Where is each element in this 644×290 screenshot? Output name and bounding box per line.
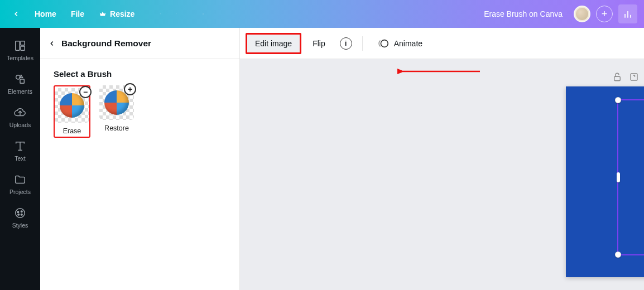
elements-icon: [13, 72, 27, 86]
resize-handle-nw[interactable]: [615, 97, 621, 103]
svg-rect-4: [21, 41, 25, 45]
rail-text[interactable]: Text: [0, 134, 40, 167]
templates-icon: [13, 39, 27, 52]
resize-handle-sw[interactable]: [615, 252, 621, 258]
animate-icon: [377, 37, 390, 50]
brush-erase[interactable]: − Erase: [54, 85, 90, 138]
svg-point-15: [18, 214, 20, 215]
svg-rect-7: [20, 79, 24, 83]
chevron-left-icon: [12, 10, 20, 18]
rail-elements-label: Elements: [8, 88, 32, 95]
plus-badge-icon: +: [124, 83, 136, 95]
brush-restore[interactable]: + Restore: [98, 85, 135, 138]
annotation-arrow: [397, 68, 481, 75]
top-bar: Home File Resize Erase Brush on Canva +: [0, 0, 644, 28]
rail-elements[interactable]: Elements: [0, 67, 40, 100]
svg-point-13: [21, 211, 22, 212]
chevron-left-icon: [48, 40, 56, 47]
side-panel: Background Remover Select a Brush − Eras…: [40, 28, 240, 290]
section-title: Select a Brush: [40, 59, 239, 85]
svg-point-16: [381, 40, 388, 47]
canvas-area: Edit image Flip i Animate •••: [240, 28, 644, 290]
resize-label: Resize: [110, 9, 134, 18]
share-add-button[interactable]: +: [596, 6, 613, 22]
bar-chart-icon: [622, 8, 633, 20]
animate-button[interactable]: Animate: [369, 33, 430, 54]
crown-icon: [99, 10, 107, 18]
left-rail: Templates Elements Uploads Text Projects…: [0, 28, 40, 290]
projects-icon: [13, 173, 27, 186]
lock-button[interactable]: [612, 71, 623, 83]
insights-button[interactable]: [618, 4, 637, 23]
user-avatar[interactable]: [574, 6, 590, 22]
minus-badge-icon: −: [79, 86, 92, 98]
side-panel-back[interactable]: Background Remover: [48, 38, 151, 49]
svg-point-14: [21, 214, 22, 215]
rail-templates-label: Templates: [7, 55, 33, 61]
cloud-sync-button[interactable]: [197, 8, 209, 20]
flip-button[interactable]: Flip: [305, 35, 333, 52]
home-button[interactable]: Home: [29, 6, 62, 22]
resize-handle-w[interactable]: [617, 172, 620, 182]
side-panel-title: Background Remover: [61, 38, 151, 49]
file-button[interactable]: File: [65, 6, 90, 22]
context-bar: Edit image Flip i Animate: [240, 28, 644, 59]
svg-rect-5: [21, 46, 25, 50]
rail-styles[interactable]: Styles: [0, 201, 40, 234]
animate-label: Animate: [394, 39, 422, 48]
rail-uploads[interactable]: Uploads: [0, 100, 40, 134]
brush-restore-label: Restore: [104, 124, 129, 132]
selection-box[interactable]: [617, 99, 644, 255]
rail-templates[interactable]: Templates: [0, 33, 40, 67]
svg-rect-22: [614, 76, 621, 81]
text-icon: [13, 139, 27, 153]
svg-point-12: [17, 211, 19, 213]
undo-icon: [160, 8, 161, 20]
rail-projects-label: Projects: [9, 188, 31, 195]
redo-icon: [176, 8, 177, 20]
expand-icon: [629, 72, 639, 82]
styles-icon: [13, 206, 27, 220]
svg-rect-23: [631, 74, 637, 80]
svg-point-11: [16, 209, 25, 218]
rail-uploads-label: Uploads: [9, 122, 31, 128]
rail-styles-label: Styles: [12, 222, 28, 229]
lock-open-icon: [612, 72, 622, 82]
back-chevron[interactable]: [7, 7, 26, 21]
rail-text-label: Text: [15, 155, 25, 162]
redo-button[interactable]: [170, 8, 182, 20]
expand-button[interactable]: [628, 71, 640, 83]
info-button[interactable]: i: [337, 34, 355, 53]
uploads-icon: [13, 106, 27, 119]
cloud-check-icon: [203, 8, 204, 20]
brush-erase-label: Erase: [63, 127, 81, 135]
edit-image-button[interactable]: Edit image: [246, 33, 301, 54]
svg-rect-3: [16, 41, 20, 51]
document-title[interactable]: Erase Brush on Canva: [484, 9, 563, 18]
info-icon: i: [340, 37, 352, 50]
rail-projects[interactable]: Projects: [0, 167, 40, 201]
resize-button[interactable]: Resize: [93, 6, 140, 22]
undo-button[interactable]: [155, 8, 167, 20]
